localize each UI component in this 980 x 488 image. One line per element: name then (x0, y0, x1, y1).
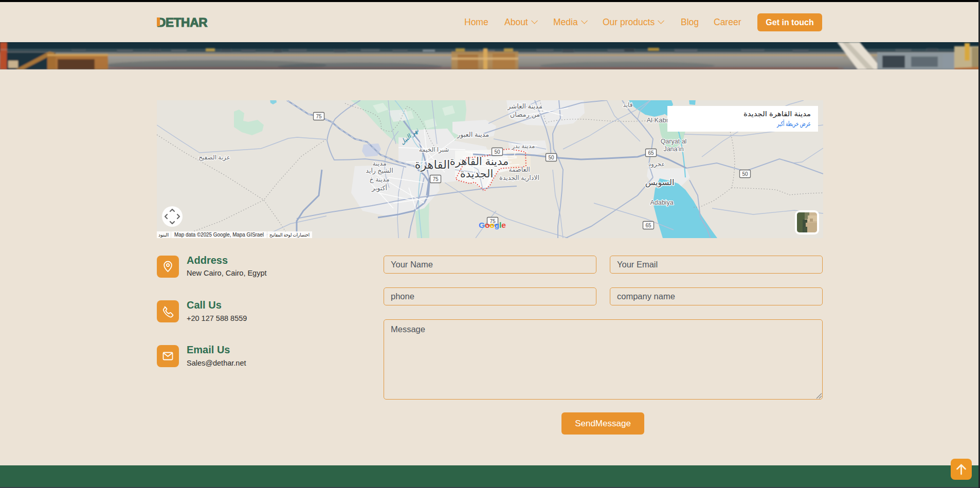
svg-text:السويس: السويس (645, 178, 675, 188)
svg-text:مدينة: مدينة (372, 160, 386, 167)
svg-text:الجديدة: الجديدة (460, 168, 494, 179)
svg-text:مدينة ڂ: مدينة ڂ (370, 176, 390, 183)
svg-text:50: 50 (742, 171, 748, 177)
svg-text:مدينة بدر: مدينة بدر (512, 142, 535, 150)
svg-text:عجرود: عجرود (648, 160, 665, 168)
svg-text:العاصمة: العاصمة (509, 166, 530, 173)
svg-text:الادارية الجديدة: الادارية الجديدة (499, 174, 539, 182)
svg-text:g: g (495, 221, 499, 229)
svg-text:مدينة القاهرة الجديدة: مدينة القاهرة الجديدة (743, 110, 811, 118)
svg-text:مدينة القاهرة: مدينة القاهرة (450, 155, 509, 168)
svg-text:G: G (479, 221, 485, 229)
svg-text:e: e (501, 221, 506, 229)
svg-text:o: o (489, 221, 494, 229)
svg-text:75: 75 (432, 176, 439, 182)
svg-text:من رمضان: من رمضان (510, 111, 540, 119)
svg-text:مدينة العبور: مدينة العبور (457, 131, 489, 139)
svg-text:عزبة الصفيح: عزبة الصفيح (198, 154, 230, 161)
svg-text:Jana'in: Jana'in (663, 146, 683, 153)
svg-text:عرض خريطة أكبر: عرض خريطة أكبر (776, 119, 811, 128)
svg-text:Qaryat al: Qaryat al (661, 138, 687, 145)
svg-text:65: 65 (648, 150, 654, 156)
svg-text:Map data ©2025 Google, Mapa GI: Map data ©2025 Google, Mapa GISrael (174, 231, 264, 238)
svg-text:o: o (485, 221, 489, 229)
svg-text:الشيخ زايد: الشيخ زايد (366, 167, 393, 175)
svg-text:البنود: البنود (158, 232, 169, 238)
svg-text:شبرا الخيمة: شبرا الخيمة (419, 146, 449, 154)
svg-text:Adabiya: Adabiya (650, 199, 673, 206)
svg-text:أكتوبر: أكتوبر (371, 184, 387, 192)
svg-text:75: 75 (316, 114, 322, 119)
svg-text:فايد: فايد (623, 101, 632, 109)
svg-text:50: 50 (494, 149, 500, 155)
svg-text:50: 50 (548, 155, 554, 160)
svg-text:65: 65 (645, 223, 651, 228)
svg-text:اختصارات لوحة المفاتيح: اختصارات لوحة المفاتيح (269, 232, 310, 238)
svg-text:مدينة العاشر: مدينة العاشر (507, 102, 542, 111)
svg-text:القاهرة: القاهرة (415, 158, 450, 172)
